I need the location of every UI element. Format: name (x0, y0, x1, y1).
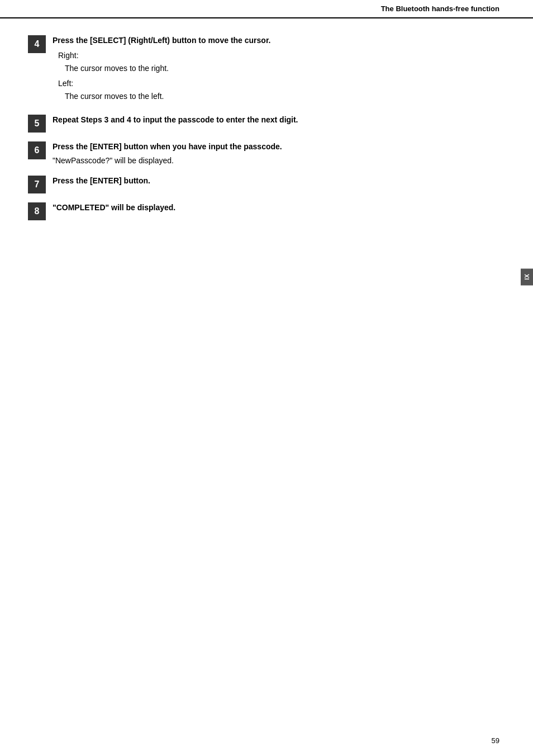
step-8-title: "COMPLETED" will be displayed. (53, 202, 499, 214)
side-tab: IX (521, 268, 533, 285)
header-title: The Bluetooth hands-free function (381, 4, 499, 13)
step-6-content: Press the [ENTER] button when you have i… (53, 141, 499, 167)
step-4-row: 4 Press the [SELECT] (Right/Left) button… (28, 35, 499, 106)
step-4-left-detail: The cursor moves to the left. (65, 91, 499, 102)
step-4-sub-left: Left: The cursor moves to the left. (58, 78, 499, 102)
step-6-note: "NewPasscode?" will be displayed. (53, 155, 499, 167)
page-header: The Bluetooth hands-free function (0, 0, 533, 18)
step-4-left-label: Left: (58, 78, 499, 89)
step-5-number: 5 (28, 115, 46, 133)
step-4-desc: Right: The cursor moves to the right. Le… (58, 50, 499, 102)
step-8-number: 8 (28, 202, 46, 220)
content-area: 4 Press the [SELECT] (Right/Left) button… (0, 30, 533, 235)
step-4-sub-right: Right: The cursor moves to the right. (58, 50, 499, 74)
step-7-title: Press the [ENTER] button. (53, 176, 499, 187)
step-5-title: Repeat Steps 3 and 4 to input the passco… (53, 115, 499, 126)
step-4-right-detail: The cursor moves to the right. (65, 63, 499, 74)
step-8-content: "COMPLETED" will be displayed. (53, 202, 499, 217)
step-6-title: Press the [ENTER] button when you have i… (53, 141, 499, 153)
step-4-content: Press the [SELECT] (Right/Left) button t… (53, 35, 499, 106)
step-6-number: 6 (28, 141, 46, 159)
step-5-row: 5 Repeat Steps 3 and 4 to input the pass… (28, 115, 499, 133)
page-number: 59 (492, 736, 499, 745)
step-7-row: 7 Press the [ENTER] button. (28, 176, 499, 193)
step-7-content: Press the [ENTER] button. (53, 176, 499, 190)
step-4-right-label: Right: (58, 50, 499, 62)
step-7-number: 7 (28, 176, 46, 193)
step-8-row: 8 "COMPLETED" will be displayed. (28, 202, 499, 220)
step-5-content: Repeat Steps 3 and 4 to input the passco… (53, 115, 499, 129)
step-6-row: 6 Press the [ENTER] button when you have… (28, 141, 499, 167)
step-4-number: 4 (28, 35, 46, 53)
step-4-title: Press the [SELECT] (Right/Left) button t… (53, 35, 499, 46)
